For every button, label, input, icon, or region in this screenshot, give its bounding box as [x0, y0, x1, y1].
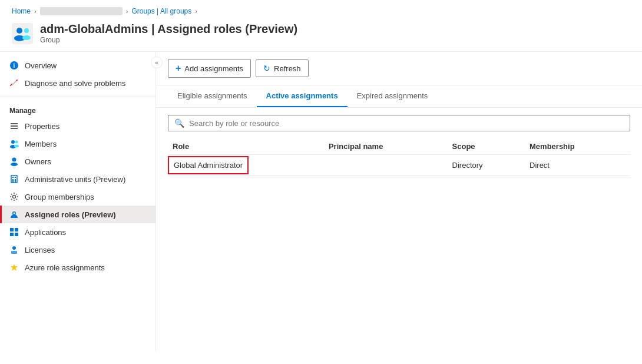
svg-rect-0 [12, 23, 33, 44]
sidebar-item-admin-units[interactable]: Administrative units (Preview) [0, 170, 155, 188]
gear-icon [9, 192, 19, 201]
search-bar[interactable]: 🔍 [168, 115, 630, 131]
sidebar-label-licenses: Licenses [25, 246, 55, 254]
collapse-button[interactable]: « [151, 57, 163, 68]
sidebar-label-overview: Overview [25, 61, 57, 70]
search-icon: 🔍 [174, 118, 184, 128]
layout: « i Overview Diagnose and solve problems… [0, 52, 642, 351]
svg-marker-31 [11, 264, 18, 271]
col-role: Role [168, 138, 324, 155]
cell-scope: Directory [448, 155, 525, 176]
svg-rect-21 [15, 177, 16, 178]
star-icon [9, 263, 19, 272]
group-icon [12, 23, 33, 44]
person-badge-icon [9, 245, 19, 254]
breadcrumb: Home › Company · User name · ··· › Group… [0, 0, 642, 20]
svg-point-16 [11, 163, 18, 166]
svg-rect-27 [10, 233, 14, 236]
svg-point-29 [12, 246, 16, 250]
refresh-icon: ↻ [263, 64, 270, 73]
svg-point-11 [11, 140, 15, 144]
svg-rect-10 [11, 128, 18, 129]
svg-rect-25 [10, 228, 14, 231]
svg-point-13 [15, 141, 18, 144]
sidebar-item-applications[interactable]: Applications [0, 223, 155, 241]
info-icon: i [9, 61, 19, 70]
tab-active[interactable]: Active assignments [257, 85, 348, 107]
sidebar-label-members: Members [25, 140, 57, 148]
svg-point-24 [14, 213, 15, 214]
svg-point-14 [14, 145, 19, 148]
cell-role[interactable]: Global Administrator [168, 155, 324, 176]
building-icon [9, 174, 19, 184]
page-header: adm-GlobalAdmins | Assigned roles (Previ… [0, 20, 642, 52]
sidebar-divider-manage [0, 97, 155, 97]
sidebar: « i Overview Diagnose and solve problems… [0, 52, 156, 351]
toolbar: + Add assignments ↻ Refresh [156, 52, 642, 85]
tab-bar: Eligible assignments Active assignments … [156, 85, 642, 108]
cell-principal [324, 155, 448, 176]
person-icon [9, 157, 19, 166]
sidebar-item-owners[interactable]: Owners [0, 153, 155, 170]
sidebar-label-applications: Applications [25, 228, 66, 237]
col-membership: Membership [525, 138, 630, 155]
svg-point-15 [12, 158, 16, 162]
svg-rect-9 [11, 125, 18, 127]
cell-membership: Direct [525, 155, 630, 176]
svg-point-1 [16, 28, 22, 34]
refresh-button[interactable]: ↻ Refresh [256, 59, 309, 77]
breadcrumb-groups[interactable]: Groups | All groups [131, 7, 191, 15]
svg-rect-30 [11, 251, 17, 254]
sidebar-label-owners: Owners [25, 157, 51, 166]
breadcrumb-home[interactable]: Home [12, 7, 31, 15]
sidebar-label-properties: Properties [25, 122, 59, 131]
col-scope: Scope [448, 138, 525, 155]
wrench-icon [9, 78, 19, 88]
table-row: Global Administrator Directory Direct [168, 155, 630, 176]
sidebar-label-assigned-roles: Assigned roles (Preview) [25, 210, 116, 219]
sidebar-item-properties[interactable]: Properties [0, 117, 155, 135]
page-subtitle: Group [40, 36, 297, 44]
add-assignments-button[interactable]: + Add assignments [168, 59, 251, 78]
sidebar-section-manage: Manage [0, 102, 155, 117]
svg-text:i: i [14, 62, 15, 69]
sidebar-label-diagnose: Diagnose and solve problems [25, 79, 125, 88]
svg-line-7 [12, 81, 16, 85]
svg-rect-26 [15, 228, 18, 231]
sidebar-label-admin-units: Administrative units (Preview) [25, 175, 125, 184]
role-value: Global Administrator [174, 161, 243, 170]
svg-rect-8 [11, 123, 18, 124]
page-title: adm-GlobalAdmins | Assigned roles (Previ… [40, 22, 297, 36]
search-input[interactable] [189, 119, 624, 128]
svg-rect-17 [11, 176, 17, 183]
svg-rect-28 [15, 233, 18, 236]
sidebar-item-licenses[interactable]: Licenses [0, 241, 155, 259]
sidebar-item-assigned-roles[interactable]: Assigned roles (Preview) [0, 206, 155, 223]
apps-icon [9, 227, 19, 237]
sidebar-item-overview[interactable]: i Overview [0, 57, 155, 74]
tab-expired[interactable]: Expired assignments [348, 85, 438, 107]
assignments-table: Role Principal name Scope Membership Glo… [168, 138, 630, 176]
people-icon [9, 139, 19, 148]
add-assignments-label: Add assignments [184, 64, 243, 73]
svg-rect-18 [12, 179, 14, 183]
plus-icon: + [176, 63, 181, 74]
col-principal: Principal name [324, 138, 448, 155]
sidebar-item-members[interactable]: Members [0, 135, 155, 153]
sidebar-label-group-memberships: Group memberships [25, 193, 94, 201]
svg-point-22 [13, 196, 16, 198]
sidebar-item-diagnose[interactable]: Diagnose and solve problems [0, 74, 155, 92]
main-content: + Add assignments ↻ Refresh Eligible ass… [156, 52, 642, 351]
sidebar-item-group-memberships[interactable]: Group memberships [0, 188, 155, 206]
svg-point-4 [22, 35, 31, 40]
svg-point-3 [24, 28, 29, 33]
role-icon [9, 210, 19, 219]
svg-rect-20 [12, 177, 14, 178]
sidebar-label-azure-role: Azure role assignments [25, 263, 105, 272]
breadcrumb-company[interactable]: Company · User name · ··· [40, 7, 123, 15]
svg-rect-19 [15, 179, 16, 183]
tab-eligible[interactable]: Eligible assignments [168, 85, 257, 107]
sidebar-item-azure-role[interactable]: Azure role assignments [0, 259, 155, 276]
list-icon [9, 121, 19, 131]
refresh-label: Refresh [274, 64, 301, 73]
